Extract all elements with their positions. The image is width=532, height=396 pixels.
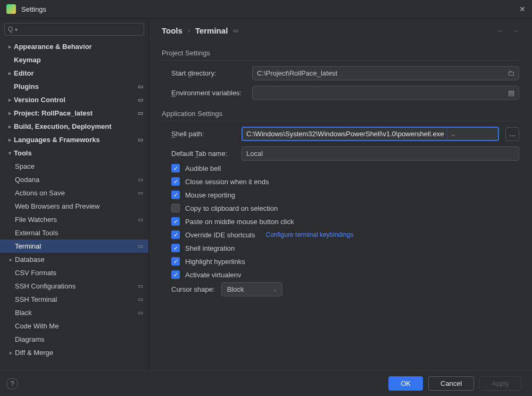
tree-arrow-icon[interactable]	[5, 123, 14, 129]
modified-badge-icon: ▭	[138, 243, 143, 250]
tree-item-label: Black	[15, 309, 138, 317]
window-title: Settings	[21, 5, 519, 13]
shell-path-input[interactable]: C:\Windows\System32\WindowsPowerShell\v1…	[242, 127, 499, 141]
tree-arrow-icon[interactable]	[5, 137, 14, 143]
tree-item-csv-formats[interactable]: CSV Formats	[0, 266, 148, 279]
checkbox[interactable]: ✓	[171, 217, 180, 226]
tree-item-space[interactable]: Space	[0, 160, 148, 173]
tree-item-label: Actions on Save	[15, 189, 138, 197]
tree-arrow-icon[interactable]	[5, 97, 14, 103]
checkbox[interactable]: ✓	[171, 177, 180, 186]
default-tab-label: Default Tab name:	[171, 150, 235, 158]
tree-item-tools[interactable]: Tools	[0, 146, 148, 160]
tree-item-black[interactable]: Black▭	[0, 306, 148, 319]
tree-item-languages-frameworks[interactable]: Languages & Frameworks▭	[0, 133, 148, 146]
checkbox[interactable]: ✓	[171, 257, 180, 266]
folder-icon[interactable]: 🗀	[508, 69, 514, 77]
checkbox-row: ✓Mouse reporting	[171, 191, 519, 199]
checkbox[interactable]	[171, 204, 180, 212]
settings-tree[interactable]: Appearance & BehaviorKeymapEditorPlugins…	[0, 40, 148, 370]
tree-item-diagrams[interactable]: Diagrams	[0, 333, 148, 346]
app-icon	[6, 4, 16, 14]
project-settings-header: Project Settings	[162, 49, 519, 61]
tree-item-label: Web Browsers and Preview	[15, 202, 143, 210]
tree-arrow-icon[interactable]	[6, 257, 15, 262]
tree-item-label: CSV Formats	[15, 269, 143, 277]
checkbox[interactable]: ✓	[171, 191, 180, 199]
expand-icon[interactable]: ▤	[508, 89, 514, 97]
chevron-right-icon: ›	[188, 27, 190, 35]
help-button[interactable]: ?	[6, 378, 18, 390]
tree-item-label: File Watchers	[15, 216, 138, 224]
checkbox-row: ✓Close session when it ends	[171, 177, 519, 186]
modified-badge-icon: ▭	[233, 27, 238, 34]
checkbox-label: Paste on middle mouse button click	[185, 218, 294, 226]
search-input[interactable]: Q▾	[4, 23, 144, 36]
tree-arrow-icon[interactable]	[5, 150, 14, 156]
checkbox-row: ✓Highlight hyperlinks	[171, 257, 519, 266]
tree-arrow-icon[interactable]	[5, 110, 14, 116]
tree-item-ssh-configurations[interactable]: SSH Configurations▭	[0, 279, 148, 293]
breadcrumb-leaf: Terminal	[195, 26, 228, 35]
modified-badge-icon: ▭	[138, 283, 143, 290]
tree-item-label: Editor	[14, 69, 143, 77]
tree-item-version-control[interactable]: Version Control▭	[0, 93, 148, 106]
tree-item-ssh-terminal[interactable]: SSH Terminal▭	[0, 293, 148, 306]
titlebar: Settings ✕	[0, 0, 532, 19]
tree-arrow-icon[interactable]	[6, 350, 15, 356]
application-settings-header: Application Settings	[162, 110, 519, 121]
checkbox-label: Audible bell	[185, 164, 221, 172]
checkbox[interactable]: ✓	[171, 164, 180, 172]
tree-item-keymap[interactable]: Keymap	[0, 53, 148, 67]
tree-arrow-icon[interactable]	[5, 44, 14, 50]
checkbox-row: ✓Activate virtualenv	[171, 270, 519, 279]
checkbox-label: Activate virtualenv	[185, 271, 242, 279]
env-vars-input[interactable]: ▤	[252, 86, 519, 100]
nav-back-icon[interactable]: ←	[497, 27, 504, 35]
checkbox[interactable]: ✓	[171, 244, 180, 252]
ok-button[interactable]: OK	[388, 376, 423, 391]
search-icon: Q	[8, 26, 13, 33]
modified-badge-icon: ▭	[138, 296, 143, 303]
breadcrumb-root[interactable]: Tools	[162, 26, 182, 35]
checkbox-label: Close session when it ends	[185, 178, 269, 186]
default-tab-input[interactable]: Local	[242, 146, 519, 161]
browse-button[interactable]: …	[505, 127, 519, 141]
tree-item-actions-on-save[interactable]: Actions on Save▭	[0, 186, 148, 200]
tree-item-editor[interactable]: Editor	[0, 67, 148, 80]
tree-item-label: Build, Execution, Deployment	[14, 122, 143, 130]
configure-keybindings-link[interactable]: Configure terminal keybindings	[266, 231, 354, 238]
start-directory-label: Start directory:	[171, 69, 246, 77]
tree-item-label: Plugins	[14, 82, 138, 90]
tree-item-qodana[interactable]: Qodana▭	[0, 173, 148, 186]
tree-item-file-watchers[interactable]: File Watchers▭	[0, 213, 148, 226]
tree-item-web-browsers-and-preview[interactable]: Web Browsers and Preview	[0, 200, 148, 213]
tree-item-label: Tools	[14, 149, 143, 157]
tree-item-appearance-behavior[interactable]: Appearance & Behavior	[0, 40, 148, 53]
tree-item-build-execution-deployment[interactable]: Build, Execution, Deployment	[0, 120, 148, 133]
cursor-shape-label: Cursor shape:	[171, 285, 215, 293]
tree-item-project-rollpace-latest[interactable]: Project: RollPace_latest▭	[0, 106, 148, 120]
tree-arrow-icon[interactable]	[5, 70, 14, 76]
checkbox[interactable]: ✓	[171, 270, 180, 279]
tree-item-diff-merge[interactable]: Diff & Merge	[0, 346, 148, 359]
tree-item-database[interactable]: Database	[0, 253, 148, 266]
tree-item-terminal[interactable]: Terminal▭	[0, 240, 148, 253]
tree-item-label: Diff & Merge	[15, 349, 143, 357]
close-icon[interactable]: ✕	[519, 5, 526, 13]
tree-item-plugins[interactable]: Plugins▭	[0, 80, 148, 93]
tree-item-external-tools[interactable]: External Tools	[0, 226, 148, 240]
nav-forward-icon[interactable]: →	[512, 27, 519, 35]
checkbox[interactable]: ✓	[171, 230, 180, 239]
cursor-shape-select[interactable]: Block ⌵	[221, 282, 282, 296]
modified-badge-icon: ▭	[138, 136, 143, 143]
chevron-down-icon[interactable]: ⌵	[447, 128, 459, 140]
sidebar: Q▾ Appearance & BehaviorKeymapEditorPlug…	[0, 19, 149, 370]
start-directory-input[interactable]: C:\Project\RollPace_latest 🗀	[252, 66, 519, 80]
cancel-button[interactable]: Cancel	[428, 376, 474, 391]
tree-item-label: Code With Me	[15, 322, 143, 330]
checkbox-row: ✓Paste on middle mouse button click	[171, 217, 519, 226]
checkbox-list: ✓Audible bell✓Close session when it ends…	[162, 164, 519, 279]
shell-path-label: Shell path:	[171, 130, 235, 138]
tree-item-code-with-me[interactable]: Code With Me	[0, 319, 148, 333]
